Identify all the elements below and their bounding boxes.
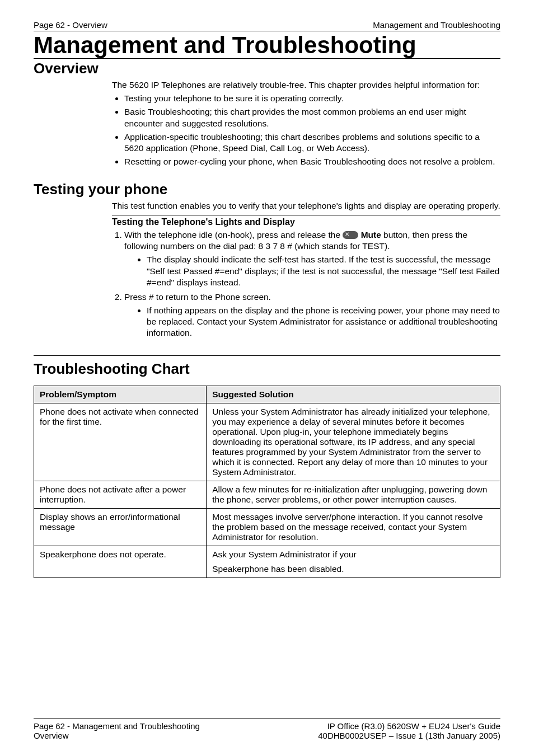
mute-label: Mute xyxy=(361,230,381,240)
table-row: Phone does not activate when connected f… xyxy=(34,403,500,481)
overview-body: The 5620 IP Telephones are relatively tr… xyxy=(112,79,500,167)
chart-section: Troubleshooting Chart Problem/Symptom Su… xyxy=(34,355,500,578)
step-1: With the telephone idle (on-hook), press… xyxy=(124,229,500,288)
cell-problem: Speakerphone does not operate. xyxy=(34,546,207,578)
footer-right-1: IP Office (R3.0) 5620SW + EU24 User's Gu… xyxy=(327,721,500,731)
cell-problem: Phone does not activate when connected f… xyxy=(34,403,207,481)
testing-body: This test function enables you to verify… xyxy=(112,200,500,339)
step-2-sub: If nothing appears on the display and th… xyxy=(147,305,500,339)
mute-icon xyxy=(343,231,358,239)
footer-right-2: 40DHB0002USEP – Issue 1 (13th January 20… xyxy=(318,731,500,740)
col-problem: Problem/Symptom xyxy=(34,386,207,403)
list-item: Resetting or power-cycling your phone, w… xyxy=(124,156,500,167)
overview-intro: The 5620 IP Telephones are relatively tr… xyxy=(112,79,500,91)
table-row: Phone does not activate after a power in… xyxy=(34,481,500,509)
page-header: Page 62 - Overview Management and Troubl… xyxy=(34,20,500,31)
solution-line-2: Speakerphone has been disabled. xyxy=(212,564,494,574)
solution-line-1: Ask your System Administrator if your xyxy=(212,550,494,560)
table-header-row: Problem/Symptom Suggested Solution xyxy=(34,386,500,403)
cell-solution: Unless your System Administrator has alr… xyxy=(207,403,500,481)
testing-heading: Testing your phone xyxy=(34,181,500,198)
cell-solution: Ask your System Administrator if your Sp… xyxy=(207,546,500,578)
cell-problem: Phone does not activate after a power in… xyxy=(34,481,207,509)
header-left: Page 62 - Overview xyxy=(34,20,107,30)
testing-subheading: Testing the Telephone's Lights and Displ… xyxy=(112,217,500,228)
troubleshooting-table: Problem/Symptom Suggested Solution Phone… xyxy=(34,386,500,578)
table-row: Display shows an error/informational mes… xyxy=(34,509,500,546)
cell-solution: Most messages involve server/phone inter… xyxy=(207,509,500,546)
cell-solution: Allow a few minutes for re-initializatio… xyxy=(207,481,500,509)
step-2-text: Press # to return to the Phone screen. xyxy=(124,292,271,302)
table-row: Speakerphone does not operate. Ask your … xyxy=(34,546,500,578)
page-footer: Page 62 - Management and Troubleshooting… xyxy=(34,719,500,740)
step-1-sub: The display should indicate the self-tes… xyxy=(147,254,500,288)
list-item: Testing your telephone to be sure it is … xyxy=(124,93,500,104)
step-1-pre: With the telephone idle (on-hook), press… xyxy=(124,230,343,240)
list-item: Basic Troubleshooting; this chart provid… xyxy=(124,106,500,129)
list-item: Application-specific troubleshooting; th… xyxy=(124,132,500,154)
page-title: Management and Troubleshooting xyxy=(34,31,500,59)
testing-intro: This test function enables you to verify… xyxy=(112,200,500,212)
footer-left-1: Page 62 - Management and Troubleshooting xyxy=(34,721,200,731)
cell-problem: Display shows an error/informational mes… xyxy=(34,509,207,546)
overview-list: Testing your telephone to be sure it is … xyxy=(124,93,500,167)
header-right: Management and Troubleshooting xyxy=(373,20,500,30)
step-2: Press # to return to the Phone screen. I… xyxy=(124,292,500,339)
chart-heading: Troubleshooting Chart xyxy=(34,360,500,378)
col-solution: Suggested Solution xyxy=(207,386,500,403)
footer-left-2: Overview xyxy=(34,731,69,740)
testing-steps: With the telephone idle (on-hook), press… xyxy=(124,229,500,339)
overview-heading: Overview xyxy=(34,60,500,77)
